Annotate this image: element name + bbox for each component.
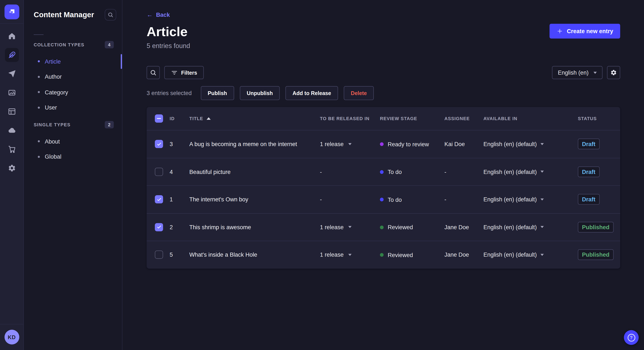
- table-row[interactable]: 3 A bug is becoming a meme on the intern…: [146, 130, 620, 158]
- table-row[interactable]: 5 What's inside a Black Hole 1 release R…: [146, 241, 620, 268]
- section-count-badge: 2: [105, 121, 114, 128]
- strapi-logo-icon: [7, 7, 16, 16]
- table-row[interactable]: 2 This shrimp is awesome 1 release Revie…: [146, 213, 620, 241]
- column-header-assignee[interactable]: ASSIGNEE: [444, 116, 484, 121]
- question-mark-icon: ?: [628, 334, 635, 342]
- add-to-release-button[interactable]: Add to Release: [286, 86, 338, 100]
- sidebar-item-article[interactable]: Article: [24, 54, 122, 69]
- sidebar-item-category[interactable]: Category: [24, 84, 122, 100]
- table-header-row: ID TITLE TO BE RELEASED IN REVIEW STAGE …: [146, 107, 620, 130]
- row-title: What's inside a Black Hole: [189, 252, 320, 258]
- rail-item-feather[interactable]: [5, 48, 19, 62]
- publish-button[interactable]: Publish: [201, 86, 234, 100]
- paper-plane-icon: [8, 70, 16, 78]
- row-review-stage: To do: [380, 196, 402, 203]
- row-release-dropdown[interactable]: 1 release: [320, 141, 352, 147]
- entries-table: ID TITLE TO BE RELEASED IN REVIEW STAGE …: [146, 107, 620, 268]
- strapi-logo[interactable]: [4, 4, 19, 19]
- filter-icon: [171, 69, 178, 76]
- rail-item-layout[interactable]: [5, 105, 19, 119]
- plus-icon: [557, 28, 563, 34]
- chevron-down-icon: [348, 254, 352, 256]
- rail-item-cloud[interactable]: [5, 123, 19, 137]
- rail-item-cart[interactable]: [5, 142, 19, 156]
- sidebar-item-about[interactable]: About: [24, 134, 122, 149]
- status-badge: Draft: [578, 167, 600, 177]
- help-button[interactable]: ?: [624, 330, 638, 345]
- column-header-title[interactable]: TITLE: [189, 116, 320, 121]
- row-review-stage: Reviewed: [380, 224, 413, 230]
- rail-nav-items: [0, 24, 24, 175]
- home-icon: [8, 32, 16, 40]
- row-locale-dropdown[interactable]: English (en) (default): [484, 141, 544, 147]
- search-button[interactable]: [146, 66, 160, 79]
- column-header-id[interactable]: ID: [170, 116, 189, 121]
- search-icon: [150, 69, 156, 76]
- row-checkbox[interactable]: [155, 195, 163, 203]
- table-row[interactable]: 1 The internet's Own boy - To do - Engli…: [146, 185, 620, 213]
- section-items: Article Author Category User: [24, 54, 122, 115]
- filters-button[interactable]: Filters: [164, 66, 204, 79]
- column-header-available-in[interactable]: AVAILABLE IN: [484, 116, 578, 121]
- avatar[interactable]: KD: [4, 330, 19, 345]
- stage-dot-icon: [380, 142, 384, 146]
- view-settings-button[interactable]: [607, 66, 620, 79]
- stage-dot-icon: [380, 253, 384, 257]
- rail-item-gear[interactable]: [5, 161, 19, 175]
- section-label: COLLECTION TYPES: [34, 42, 84, 47]
- unpublish-button[interactable]: Unpublish: [240, 86, 280, 100]
- row-checkbox[interactable]: [155, 223, 163, 231]
- row-release-dropdown[interactable]: 1 release: [320, 224, 352, 230]
- column-header-to-be-released-in[interactable]: TO BE RELEASED IN: [320, 116, 380, 121]
- bullet-icon: [38, 156, 40, 158]
- select-all-checkbox[interactable]: [155, 114, 163, 123]
- chevron-down-icon: [540, 226, 544, 228]
- bullet-icon: [38, 60, 40, 62]
- create-new-entry-button[interactable]: Create new entry: [550, 24, 620, 38]
- sidebar-item-author[interactable]: Author: [24, 69, 122, 84]
- column-header-status[interactable]: STATUS: [578, 116, 620, 121]
- sidebar-item-label: Article: [45, 58, 61, 65]
- rail-user-area: KD: [0, 324, 24, 350]
- chevron-down-icon: [540, 198, 544, 200]
- status-badge: Published: [578, 249, 614, 260]
- arrow-left-icon: ←: [146, 11, 153, 18]
- sidebar-item-user[interactable]: User: [24, 100, 122, 115]
- column-header-review-stage[interactable]: REVIEW STAGE: [380, 116, 444, 121]
- row-release-dropdown[interactable]: 1 release: [320, 252, 352, 258]
- row-assignee: Jane Doe: [444, 252, 484, 258]
- row-checkbox[interactable]: [155, 168, 163, 176]
- rail-item-paper-plane[interactable]: [5, 67, 19, 81]
- row-checkbox[interactable]: [155, 140, 163, 148]
- status-badge: Draft: [578, 139, 600, 149]
- chevron-down-icon: [540, 143, 544, 145]
- feather-icon: [8, 51, 16, 59]
- subnav-search-button[interactable]: [105, 9, 116, 20]
- row-locale-dropdown[interactable]: English (en) (default): [484, 224, 544, 230]
- stage-dot-icon: [380, 225, 384, 229]
- table-body: 3 A bug is becoming a meme on the intern…: [146, 130, 620, 268]
- row-locale-dropdown[interactable]: English (en) (default): [484, 252, 544, 258]
- row-checkbox[interactable]: [155, 251, 163, 259]
- locale-select[interactable]: English (en): [552, 66, 603, 79]
- rail-item-home[interactable]: [5, 29, 19, 43]
- subnav-section: COLLECTION TYPES 4 Article Author Catego…: [24, 40, 122, 115]
- bullet-icon: [38, 91, 40, 93]
- selection-actions: PublishUnpublishAdd to ReleaseDelete: [201, 86, 374, 100]
- sidebar-item-global[interactable]: Global: [24, 149, 122, 164]
- content-manager-subnav: Content Manager COLLECTION TYPES 4 Artic…: [24, 0, 122, 350]
- row-locale-dropdown[interactable]: English (en) (default): [484, 196, 544, 203]
- row-title: Beautiful picture: [189, 169, 320, 175]
- back-link[interactable]: ← Back: [146, 11, 170, 18]
- sidebar-item-label: Category: [45, 89, 68, 95]
- row-title: This shrimp is awesome: [189, 224, 320, 230]
- row-assignee: -: [444, 196, 484, 203]
- rail-item-pictures[interactable]: [5, 86, 19, 100]
- row-id: 5: [170, 252, 189, 258]
- status-badge: Published: [578, 222, 614, 232]
- sidebar-item-label: Author: [45, 74, 62, 80]
- search-icon: [108, 12, 113, 18]
- delete-button[interactable]: Delete: [344, 86, 374, 100]
- row-locale-dropdown[interactable]: English (en) (default): [484, 169, 544, 175]
- table-row[interactable]: 4 Beautiful picture - To do - English (e…: [146, 158, 620, 185]
